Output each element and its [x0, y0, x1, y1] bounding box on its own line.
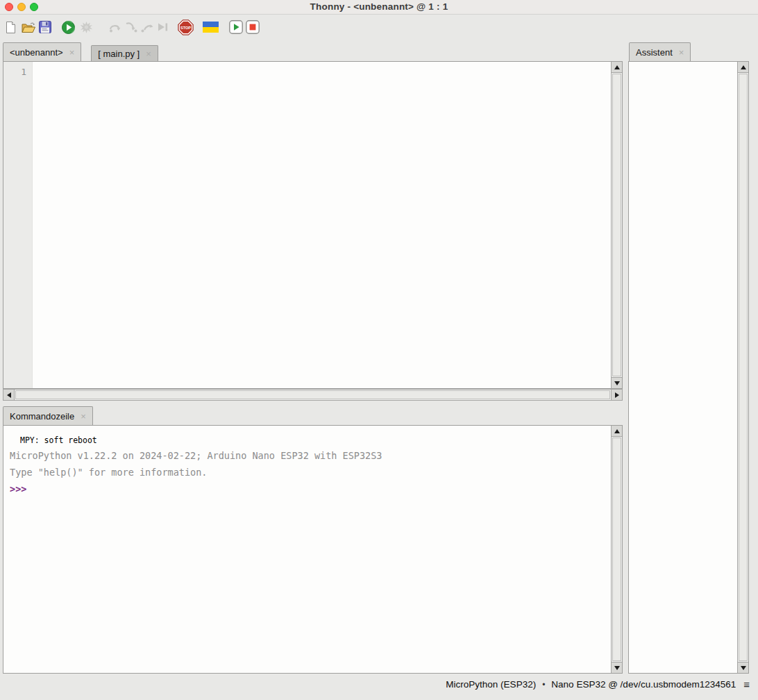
scroll-right-button[interactable] [611, 390, 622, 400]
status-bar: MicroPython (ESP32) • Nano ESP32 @ /dev/… [446, 678, 750, 690]
assistant-vertical-scrollbar[interactable] [737, 62, 748, 673]
arrow-left-icon [7, 392, 11, 398]
editor-tab-bar: <unbenannt> × [ main.py ] × [3, 42, 158, 61]
scrollbar-thumb[interactable] [612, 74, 621, 376]
step-into-button[interactable] [123, 19, 140, 38]
arrow-up-icon [741, 65, 746, 69]
status-separator: • [542, 680, 545, 690]
scroll-up-button[interactable] [738, 62, 748, 73]
assistant-panel [628, 61, 749, 674]
run-on-device-icon [229, 20, 243, 37]
run-current-script-button[interactable] [60, 19, 76, 38]
backend-menu-icon[interactable]: ≡ [743, 678, 750, 690]
arrow-down-icon [741, 666, 746, 670]
stop-sign-icon: STOP [178, 19, 194, 38]
step-over-icon [108, 22, 122, 35]
scroll-up-button[interactable] [612, 426, 622, 437]
scroll-up-button[interactable] [612, 62, 622, 73]
step-into-icon [125, 22, 138, 35]
close-tab-icon[interactable]: × [69, 48, 75, 57]
code-editor[interactable]: 1 [3, 61, 623, 389]
titlebar: Thonny - <unbenannt> @ 1 : 1 [0, 0, 758, 15]
run-script-on-device-button[interactable] [228, 19, 244, 38]
stop-script-on-device-button[interactable] [244, 19, 261, 38]
scroll-left-button[interactable] [3, 390, 15, 400]
close-tab-icon[interactable]: × [679, 48, 684, 57]
new-file-icon [5, 21, 16, 37]
close-tab-icon[interactable]: × [146, 49, 151, 58]
scroll-down-button[interactable] [612, 662, 622, 673]
tab-assistent[interactable]: Assistent × [629, 42, 691, 61]
open-file-button[interactable] [20, 19, 37, 38]
stop-sign-label: STOP [180, 26, 190, 30]
stop-on-device-icon [246, 20, 260, 37]
step-out-icon [140, 22, 153, 35]
save-floppy-icon [39, 21, 51, 36]
ukraine-flag-icon [203, 22, 219, 35]
editor-vertical-scrollbar[interactable] [611, 62, 622, 388]
open-folder-icon [22, 22, 36, 36]
line-number: 1 [21, 67, 26, 77]
shell-tab-bar: Kommandozeile × [3, 407, 93, 425]
tab-main-py[interactable]: [ main.py ] × [91, 45, 158, 61]
step-out-button[interactable] [138, 19, 155, 38]
tab-label: [ main.py ] [98, 49, 140, 59]
shell-line-stdout: MPY: soft reboot [10, 435, 610, 450]
tab-label: Assistent [636, 47, 673, 58]
arrow-down-icon [614, 381, 620, 385]
step-over-button[interactable] [107, 19, 124, 38]
arrow-up-icon [614, 429, 620, 433]
save-file-button[interactable] [37, 19, 53, 38]
new-file-button[interactable] [2, 19, 19, 38]
editor-horizontal-scrollbar[interactable] [3, 389, 623, 401]
arrow-up-icon [614, 65, 620, 69]
run-icon [62, 21, 75, 37]
scroll-down-button[interactable] [738, 662, 748, 673]
resume-icon [157, 22, 169, 35]
arrow-down-icon [614, 666, 620, 670]
shell-text: MPY: soft reboot MicroPython v1.22.2 on … [3, 426, 610, 494]
close-tab-icon[interactable]: × [81, 412, 86, 421]
tab-unbenannt[interactable]: <unbenannt> × [3, 42, 81, 61]
support-ukraine-button[interactable] [202, 19, 219, 38]
shell-line-welcome: Type "help()" for more information. [10, 467, 610, 483]
shell-line-welcome: MicroPython v1.22.2 on 2024-02-22; Ardui… [10, 450, 610, 467]
toolbar: STOP [0, 15, 758, 42]
scroll-down-button[interactable] [612, 377, 622, 388]
debug-icon [80, 21, 93, 37]
shell-prompt: >>> [10, 483, 610, 494]
device-port-status[interactable]: Nano ESP32 @ /dev/cu.usbmodem1234561 [551, 679, 736, 690]
tab-label: <unbenannt> [10, 47, 63, 58]
scrollbar-thumb[interactable] [15, 390, 610, 399]
window-title: Thonny - <unbenannt> @ 1 : 1 [0, 1, 758, 12]
resume-button[interactable] [154, 19, 171, 38]
debug-current-script-button[interactable] [78, 19, 94, 38]
line-number-gutter: 1 [3, 62, 33, 388]
stop-restart-backend-button[interactable]: STOP [177, 19, 194, 38]
scrollbar-thumb[interactable] [612, 438, 621, 661]
shell-output[interactable]: MPY: soft reboot MicroPython v1.22.2 on … [3, 425, 623, 674]
shell-vertical-scrollbar[interactable] [611, 426, 622, 673]
scrollbar-thumb[interactable] [739, 74, 748, 661]
backend-status[interactable]: MicroPython (ESP32) [446, 679, 536, 690]
arrow-right-icon [615, 392, 619, 398]
tab-label: Kommandozeile [10, 411, 74, 422]
tab-kommandozeile[interactable]: Kommandozeile × [3, 406, 93, 425]
assistant-tab-bar: Assistent × [629, 42, 691, 61]
